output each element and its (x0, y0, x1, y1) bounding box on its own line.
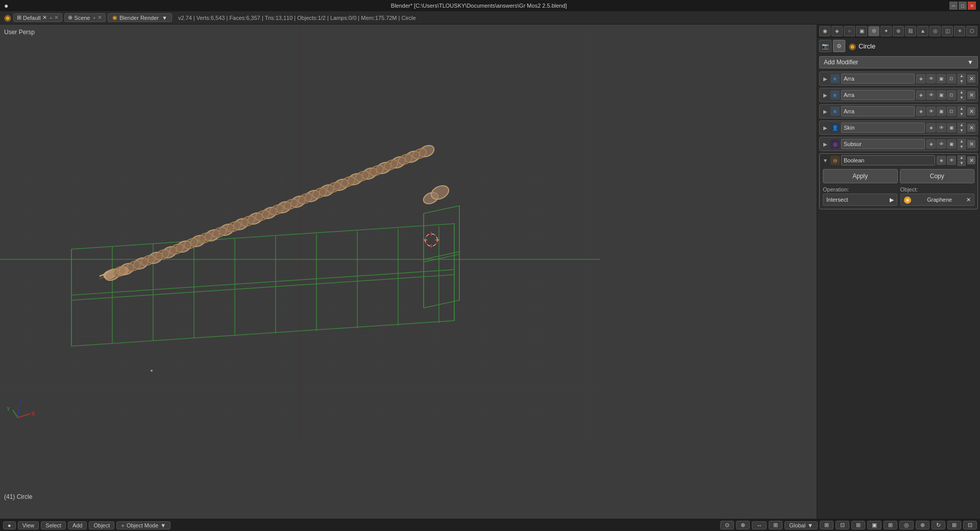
render-visibility-subsurf[interactable]: ◈ (926, 139, 936, 149)
texture-properties-icon[interactable]: ◫ (942, 26, 953, 36)
object-data-icon[interactable]: ⬡ (966, 26, 977, 36)
add-menu-btn[interactable]: Add (68, 521, 87, 529)
object-close-icon[interactable]: ✕ (966, 197, 971, 203)
camera-icon-btn[interactable]: 📷 (819, 40, 831, 52)
modifier-icon-subsurf: ◎ (830, 139, 840, 149)
cage-arra2[interactable]: ⊡ (947, 90, 956, 100)
extra-btn-10[interactable]: ⊡ (963, 521, 977, 529)
scene-svg: X Z Y (0, 25, 817, 519)
object-dropdown[interactable]: ◉ Graphene ✕ (900, 194, 975, 206)
render-visibility-skin[interactable]: ◈ (926, 123, 936, 132)
extra-btn-9[interactable]: ⊞ (947, 521, 961, 529)
render-visibility-boolean[interactable]: ◈ (937, 156, 946, 165)
editmode-visibility-arra3[interactable]: ▣ (937, 107, 946, 116)
layout-pill[interactable]: ⊞ Default ✕ + ✕ (13, 13, 62, 22)
status-icon-btn[interactable]: ● (3, 521, 16, 529)
extra-btn-7[interactable]: ⊕ (916, 521, 929, 529)
extra-btn-6[interactable]: ◎ (899, 521, 914, 529)
editmode-visibility-subsurf[interactable]: ▣ (947, 139, 956, 149)
render-visibility-arra3[interactable]: ◈ (916, 107, 925, 116)
modifier-expand-boolean[interactable]: ▼ (822, 157, 829, 164)
move-down-arra2[interactable]: ▼ (958, 95, 966, 101)
object-menu-btn[interactable]: Object (89, 521, 114, 529)
modifier-name-arra1: Arra (841, 74, 915, 84)
snap-magnet-btn[interactable]: ⊕ (736, 521, 750, 529)
add-modifier-button[interactable]: Add Modifier ▼ (819, 56, 978, 68)
modifier-expand-skin[interactable]: ▶ (822, 124, 829, 131)
modifier-properties-icon[interactable]: ⚙ (868, 26, 879, 36)
cage-arra3[interactable]: ⊡ (947, 107, 956, 116)
scene-plus-icon[interactable]: + (93, 15, 96, 21)
viewport-visibility-skin[interactable]: 👁 (937, 123, 946, 132)
move-up-arra3[interactable]: ▲ (958, 106, 966, 111)
view-menu-btn[interactable]: View (18, 521, 39, 529)
cage-arra1[interactable]: ⊡ (947, 74, 956, 83)
particles-icon[interactable]: ✦ (880, 26, 892, 36)
mode-dropdown[interactable]: ● Object Mode ▼ (116, 521, 170, 529)
object-properties-icon[interactable]: ▣ (856, 26, 867, 36)
apply-button[interactable]: Apply (823, 169, 898, 183)
extra-btn-1[interactable]: ⊞ (820, 521, 834, 529)
shading-properties-icon[interactable]: ☀ (954, 26, 965, 36)
move-down-arra1[interactable]: ▼ (958, 79, 966, 84)
viewport-visibility-arra3[interactable]: 👁 (926, 107, 936, 116)
pivot-btn[interactable]: ⊙ (720, 521, 734, 529)
editmode-visibility-arra1[interactable]: ▣ (937, 74, 946, 83)
viewport-visibility-subsurf[interactable]: 👁 (937, 139, 946, 149)
maximize-button[interactable]: □ (959, 2, 967, 10)
global-dropdown[interactable]: Global ▼ (785, 521, 818, 529)
move-down-arra3[interactable]: ▼ (958, 112, 966, 117)
delete-modifier-skin[interactable]: ✕ (967, 124, 975, 132)
move-down-boolean[interactable]: ▼ (958, 161, 966, 166)
render-properties-icon[interactable]: ◉ (819, 26, 830, 36)
viewport-visibility-arra2[interactable]: 👁 (926, 90, 936, 100)
move-up-arra1[interactable]: ▲ (958, 74, 966, 79)
viewport-visibility-arra1[interactable]: 👁 (926, 74, 936, 83)
modifier-icon-btn[interactable]: ⚙ (833, 40, 845, 52)
layout-x-icon[interactable]: ✕ (54, 14, 59, 21)
editmode-visibility-arra2[interactable]: ▣ (937, 90, 946, 100)
3d-viewport[interactable]: X Z Y User Persp (41) Circle (0, 25, 817, 519)
orientation-btn[interactable]: ⊞ (769, 521, 782, 529)
viewport-visibility-boolean[interactable]: 👁 (947, 156, 956, 165)
close-button[interactable]: ✕ (968, 2, 976, 10)
delete-modifier-arra3[interactable]: ✕ (967, 107, 975, 115)
extra-btn-5[interactable]: ⊞ (884, 521, 897, 529)
render-visibility-arra1[interactable]: ◈ (916, 74, 925, 83)
operation-dropdown[interactable]: Intersect ▶ (823, 194, 897, 206)
scene-properties-icon[interactable]: ◈ (831, 26, 843, 36)
move-up-boolean[interactable]: ▲ (958, 155, 966, 160)
scene-x-icon[interactable]: ✕ (97, 14, 102, 21)
delete-modifier-arra2[interactable]: ✕ (967, 91, 975, 99)
delete-modifier-subsurf[interactable]: ✕ (967, 140, 975, 148)
move-up-subsurf[interactable]: ▲ (958, 139, 966, 144)
editmode-visibility-skin[interactable]: ▣ (947, 123, 956, 132)
scene-pill[interactable]: ⊕ Scene + ✕ (64, 13, 106, 22)
world-properties-icon[interactable]: ○ (844, 26, 855, 36)
move-down-subsurf[interactable]: ▼ (958, 144, 966, 150)
move-up-skin[interactable]: ▲ (958, 123, 966, 128)
render-visibility-arra2[interactable]: ◈ (916, 90, 925, 100)
modifier-expand-arra3[interactable]: ▶ (822, 108, 829, 115)
move-down-skin[interactable]: ▼ (958, 128, 966, 133)
extra-btn-3[interactable]: ⊞ (851, 521, 865, 529)
layout-plus-icon[interactable]: + (50, 15, 53, 21)
copy-button[interactable]: Copy (900, 169, 975, 183)
engine-dropdown[interactable]: ◉ Blender Render ▼ (108, 13, 172, 22)
extra-btn-8[interactable]: ↻ (932, 521, 945, 529)
modifier-expand-subsurf[interactable]: ▶ (822, 140, 829, 148)
physics-icon[interactable]: ⊕ (893, 26, 904, 36)
select-menu-btn[interactable]: Select (41, 521, 66, 529)
data-properties-icon[interactable]: ▲ (917, 26, 928, 36)
minimize-button[interactable]: ─ (949, 2, 958, 10)
modifier-expand-arra2[interactable]: ▶ (822, 91, 829, 99)
constraints-icon[interactable]: ⛓ (905, 26, 916, 36)
transform-btn[interactable]: ↔ (752, 521, 767, 529)
extra-btn-2[interactable]: ⊡ (836, 521, 849, 529)
delete-modifier-boolean[interactable]: ✕ (967, 156, 975, 164)
move-up-arra2[interactable]: ▲ (958, 90, 966, 95)
modifier-expand-arra1[interactable]: ▶ (822, 75, 829, 82)
material-properties-icon[interactable]: ◎ (929, 26, 941, 36)
extra-btn-4[interactable]: ▣ (867, 521, 881, 529)
delete-modifier-arra1[interactable]: ✕ (967, 75, 975, 83)
